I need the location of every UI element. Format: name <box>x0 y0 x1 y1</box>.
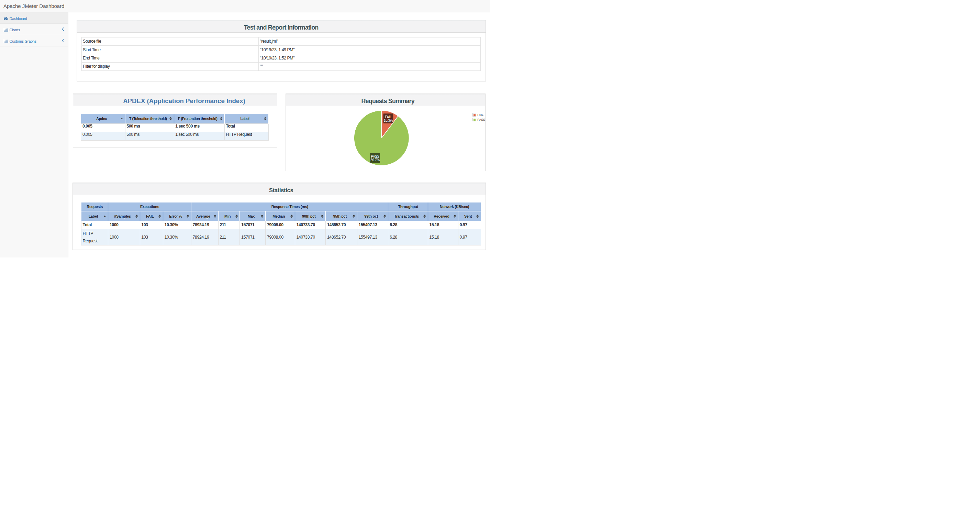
svg-text:89.7%: 89.7% <box>371 158 380 162</box>
svg-text:10.3%: 10.3% <box>384 119 393 123</box>
